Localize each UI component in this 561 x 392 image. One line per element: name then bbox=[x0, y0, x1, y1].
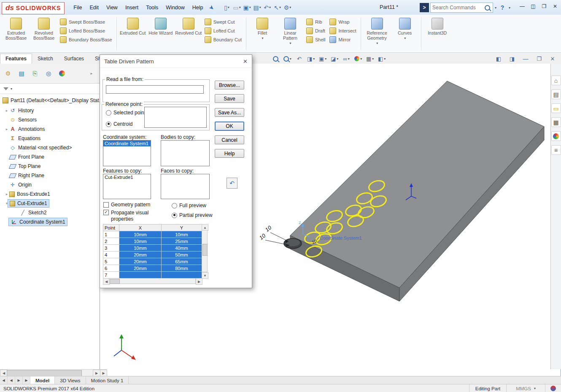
select-icon[interactable]: ↖▾ bbox=[273, 3, 282, 12]
draft-button[interactable]: Draft bbox=[305, 27, 327, 35]
menu-file[interactable]: File bbox=[70, 3, 86, 12]
restore-panes-button[interactable]: ◫ bbox=[528, 2, 539, 11]
menu-help[interactable]: Help bbox=[189, 3, 207, 12]
undo-icon[interactable]: ↶▾ bbox=[263, 3, 272, 12]
tab-model[interactable]: Model bbox=[30, 376, 55, 384]
expand-arrow-icon[interactable]: ▸ bbox=[4, 192, 9, 196]
print-icon[interactable]: ▤▾ bbox=[253, 3, 262, 12]
appearances-icon[interactable] bbox=[551, 131, 561, 141]
undo-selection-button[interactable]: ↶ bbox=[227, 178, 237, 189]
tree-item-origin[interactable]: ✛ Origin bbox=[0, 180, 109, 189]
view-settings-icon[interactable]: ◧▾ bbox=[377, 54, 387, 63]
collapse-left-pane-icon[interactable]: ◧ bbox=[494, 54, 504, 63]
table-row[interactable]: 4 20mm 50mm bbox=[103, 251, 202, 258]
dimension-10-b[interactable]: 10 bbox=[258, 232, 267, 241]
help-button-dialog[interactable]: Help bbox=[215, 149, 244, 158]
table-hscroll-thumb[interactable] bbox=[110, 279, 120, 284]
fillet-button[interactable]: Fillet▾ bbox=[249, 16, 276, 41]
menu-window[interactable]: Window bbox=[162, 3, 188, 12]
table-hscroll-track[interactable] bbox=[109, 278, 196, 284]
tree-item-sensors[interactable]: ⊙ Sensors bbox=[0, 115, 109, 124]
custom-properties-icon[interactable]: ≡ bbox=[551, 145, 561, 155]
scroll-thumb[interactable] bbox=[7, 370, 82, 376]
table-row[interactable]: 7 bbox=[103, 272, 202, 278]
help-dropdown-icon[interactable]: ▾ bbox=[509, 6, 510, 10]
dimxpert-manager-tab-icon[interactable]: ◎ bbox=[45, 70, 52, 77]
table-row[interactable]: 2 10mm 25mm bbox=[103, 238, 202, 245]
tab-sketch[interactable]: Sketch bbox=[32, 54, 59, 64]
table-row[interactable]: 5 20mm 65mm bbox=[103, 258, 202, 265]
tab-scroll-last-icon[interactable]: ▶ bbox=[23, 376, 30, 384]
tree-item-coordinate-system1[interactable]: Coordinate System1 bbox=[0, 217, 110, 227]
extruded-boss-button[interactable]: Extruded Boss/Base bbox=[3, 16, 30, 42]
col-header-y[interactable]: Y bbox=[162, 224, 202, 231]
tab-3d-views[interactable]: 3D Views bbox=[55, 376, 86, 384]
table-row[interactable]: 6 20mm 80mm bbox=[103, 265, 202, 272]
dialog-close-icon[interactable]: ✕ bbox=[243, 58, 248, 65]
pin-menu-icon[interactable]: ➤ bbox=[205, 1, 218, 14]
reference-point-listbox[interactable] bbox=[144, 107, 207, 128]
features-to-copy-listbox[interactable]: Cut-Extrude1 bbox=[103, 174, 151, 199]
tab-scroll-prev-icon[interactable]: ◀ bbox=[8, 376, 15, 384]
propagate-visual-checkbox[interactable]: ✓ Propagate visual properties bbox=[103, 210, 158, 222]
curves-button[interactable]: Curves▾ bbox=[391, 16, 418, 41]
linear-pattern-button[interactable]: Linear Pattern▾ bbox=[277, 16, 304, 46]
bodies-to-copy-listbox[interactable] bbox=[161, 140, 210, 166]
tab-motion-study-1[interactable]: Motion Study 1 bbox=[86, 376, 129, 384]
help-button[interactable]: ? bbox=[498, 3, 507, 12]
mirror-button[interactable]: Mirror bbox=[328, 36, 358, 43]
menu-view[interactable]: View bbox=[102, 3, 121, 12]
coordinate-system-item[interactable]: Coordinate System1 bbox=[103, 141, 151, 146]
collapse-right-pane-icon[interactable]: ◨ bbox=[507, 54, 517, 63]
dialog-title-bar[interactable]: Table Driven Pattern ✕ bbox=[100, 55, 252, 68]
lofted-boss-button[interactable]: Lofted Boss/Base bbox=[58, 27, 114, 35]
tab-scroll-next-icon[interactable]: ▶ bbox=[15, 376, 23, 384]
open-document-icon[interactable]: ▭▾ bbox=[232, 3, 242, 12]
expand-arrow-icon[interactable]: ▸ bbox=[4, 108, 9, 113]
rib-button[interactable]: Rib bbox=[305, 18, 327, 26]
browse-button[interactable]: Browse... bbox=[215, 81, 244, 89]
dimension-10-a[interactable]: 10 bbox=[264, 224, 273, 233]
expand-arrow-icon[interactable]: ▸ bbox=[4, 127, 9, 131]
tree-item-cut-extrude1[interactable]: ▾ Cut-Extrude1 bbox=[0, 199, 104, 208]
selected-point-radio[interactable]: Selected point bbox=[106, 110, 146, 116]
ok-button[interactable]: OK bbox=[215, 122, 244, 131]
table-row[interactable]: 3 10mm 40mm bbox=[103, 245, 202, 251]
lofted-cut-button[interactable]: Lofted Cut bbox=[203, 27, 243, 35]
cancel-button[interactable]: Cancel bbox=[215, 135, 244, 144]
edit-appearance-icon[interactable]: ▾ bbox=[353, 54, 363, 63]
feature-manager-tab-icon[interactable]: ⚙ bbox=[4, 70, 12, 77]
curves-dropdown-icon[interactable]: ▾ bbox=[404, 36, 406, 40]
features-to-copy-item[interactable]: Cut-Extrude1 bbox=[103, 174, 151, 180]
tab-features[interactable]: Features bbox=[0, 54, 32, 64]
search-commands-input[interactable] bbox=[431, 5, 484, 11]
tree-item-front-plane[interactable]: Front Plane bbox=[0, 152, 109, 162]
revolved-boss-button[interactable]: Revolved Boss/Base bbox=[30, 16, 57, 42]
home-icon[interactable]: ⌂ bbox=[551, 76, 561, 85]
faces-to-copy-listbox[interactable] bbox=[161, 174, 210, 199]
search-dropdown-icon[interactable]: ▾ bbox=[495, 6, 496, 10]
close-button[interactable]: ✕ bbox=[550, 2, 561, 11]
tree-item-equations[interactable]: Σ Equations bbox=[0, 134, 109, 143]
swept-cut-button[interactable]: Swept Cut bbox=[203, 18, 243, 26]
reference-geometry-button[interactable]: Reference Geometry▾ bbox=[364, 16, 391, 46]
fillet-dropdown-icon[interactable]: ▾ bbox=[262, 36, 263, 40]
coordinate-system-listbox[interactable]: Coordinate System1 bbox=[103, 140, 151, 166]
design-library-icon[interactable]: ▤ bbox=[551, 89, 561, 99]
full-preview-radio[interactable]: Full preview bbox=[172, 203, 206, 208]
save-button[interactable]: Save bbox=[215, 94, 244, 103]
display-manager-tab-icon[interactable] bbox=[58, 70, 66, 77]
doc-minimize-button[interactable]: — bbox=[521, 54, 531, 63]
read-file-input[interactable] bbox=[106, 85, 204, 94]
col-header-point[interactable]: Point bbox=[103, 224, 119, 231]
menu-tools[interactable]: Tools bbox=[142, 3, 162, 12]
apply-scene-icon[interactable]: ▦▾ bbox=[365, 54, 375, 63]
menu-edit[interactable]: Edit bbox=[86, 3, 102, 12]
tree-item-boss-extrude1[interactable]: ▸ Boss-Extrude1 bbox=[0, 189, 104, 199]
swept-boss-button[interactable]: Swept Boss/Base bbox=[58, 18, 114, 26]
hole-wizard-button[interactable]: Hole Wizard bbox=[147, 16, 174, 37]
tab-scroll-first-icon[interactable]: ◀ bbox=[0, 376, 8, 384]
revolved-cut-button[interactable]: Revolved Cut bbox=[175, 16, 202, 37]
menu-insert[interactable]: Insert bbox=[121, 3, 142, 12]
zoom-area-icon[interactable]: ▾ bbox=[282, 54, 292, 63]
